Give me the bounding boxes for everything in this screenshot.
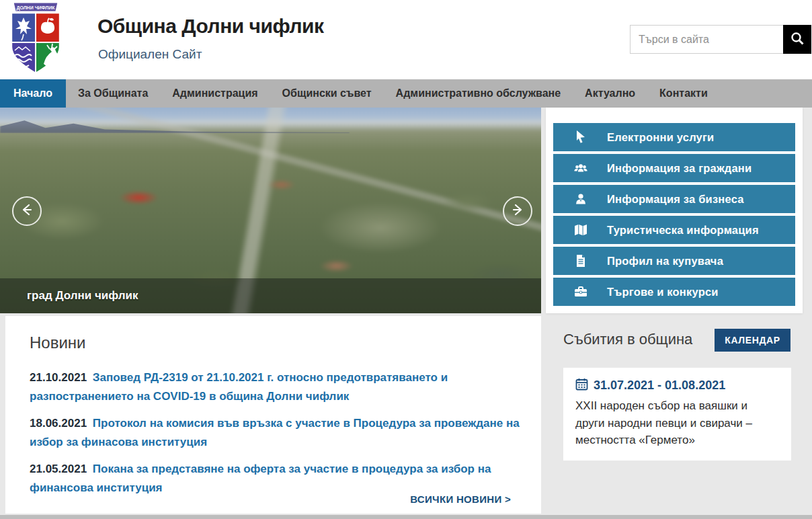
nav-item-contacts[interactable]: Контакти	[647, 79, 720, 108]
quick-link-label: Търгове и конкурси	[607, 286, 719, 298]
event-date-row: 31.07.2021 - 01.08.2021	[575, 378, 779, 393]
svg-text:ДОЛНИ ЧИФЛИК: ДОЛНИ ЧИФЛИК	[16, 5, 55, 11]
briefcase-icon	[573, 284, 588, 299]
search-icon	[790, 31, 805, 48]
municipality-coat-of-arms-logo: ДОЛНИ ЧИФЛИК	[5, 1, 66, 79]
users-icon	[573, 161, 588, 175]
page-title: Община Долни чифлик	[97, 15, 323, 38]
search-button[interactable]	[783, 25, 811, 54]
quick-link-label: Информация за граждани	[607, 162, 752, 175]
nav-item-about[interactable]: За Общината	[66, 79, 160, 108]
slider-prev-button[interactable]	[12, 196, 42, 226]
news-link[interactable]: Покана за представяне на оферта за участ…	[30, 463, 491, 494]
hero-caption: град Долни чифлик	[27, 289, 138, 303]
event-date-range: 31.07.2021 - 01.08.2021	[594, 378, 725, 393]
quick-link-buyer-profile[interactable]: Профил на купувача	[553, 247, 795, 275]
news-section: Новини 21.10.2021 Заповед РД-2319 от 21.…	[5, 316, 541, 514]
arrow-right-icon	[510, 202, 525, 220]
quick-link-eservices[interactable]: Електронни услуги	[553, 123, 795, 151]
site-search	[630, 25, 811, 54]
events-title: Събития в община	[563, 331, 692, 348]
news-title: Новини	[30, 333, 86, 352]
quick-link-citizens-info[interactable]: Информация за граждани	[553, 154, 795, 182]
news-item: 18.06.2021 Протокол на комисия във връзк…	[30, 414, 520, 451]
user-icon	[573, 192, 588, 206]
calendar-button[interactable]: КАЛЕНДАР	[715, 329, 790, 352]
nav-item-administration[interactable]: Администрация	[160, 79, 270, 108]
calendar-icon	[575, 378, 588, 393]
header: ДОЛНИ ЧИФЛИК	[0, 0, 812, 79]
hero-slider: град Долни чифлик	[0, 108, 541, 313]
nav-item-council[interactable]: Общински съвет	[270, 79, 384, 108]
map-icon	[573, 223, 588, 237]
nav-item-services[interactable]: Административно обслужване	[384, 79, 573, 108]
hero-caption-bar: град Долни чифлик	[0, 278, 541, 313]
quick-link-label: Профил на купувача	[607, 255, 723, 268]
event-card[interactable]: 31.07.2021 - 01.08.2021 XXII народен съб…	[563, 368, 791, 461]
arrow-left-icon	[19, 202, 34, 220]
all-news-link[interactable]: ВСИЧКИ НОВИНИ >	[410, 493, 511, 505]
page-bottom-strip	[0, 515, 812, 519]
news-date: 21.05.2021	[30, 463, 87, 475]
quick-link-tenders[interactable]: Търгове и конкурси	[553, 278, 795, 306]
search-input[interactable]	[630, 25, 783, 54]
news-link[interactable]: Заповед РД-2319 от 21.10.2021 г. относно…	[30, 371, 448, 403]
nav-item-home[interactable]: Начало	[0, 79, 66, 108]
quick-links-panel: Електронни услуги Информация за граждани…	[546, 108, 803, 313]
quick-link-tourist-info[interactable]: Туристическа информация	[553, 216, 795, 244]
main-navigation: Начало За Общината Администрация Общинск…	[0, 79, 812, 108]
cursor-icon	[573, 130, 588, 145]
quick-link-business-info[interactable]: Информация за бизнеса	[553, 185, 795, 213]
news-list: 21.10.2021 Заповед РД-2319 от 21.10.2021…	[30, 368, 520, 506]
page-subtitle: Официален Сайт	[98, 47, 202, 62]
news-date: 18.06.2021	[30, 417, 87, 430]
news-item: 21.05.2021 Покана за представяне на офер…	[30, 460, 520, 497]
event-description: XXII народен събор на ваяшки и други нар…	[575, 397, 779, 449]
news-link[interactable]: Протокол на комисия във връзка с участие…	[30, 417, 520, 448]
nav-item-news[interactable]: Актуално	[573, 79, 647, 108]
quick-link-label: Електронни услуги	[607, 131, 714, 144]
news-date: 21.10.2021	[30, 371, 87, 384]
news-item: 21.10.2021 Заповед РД-2319 от 21.10.2021…	[30, 368, 520, 405]
document-icon	[573, 253, 588, 268]
quick-link-label: Туристическа информация	[607, 224, 759, 237]
slider-next-button[interactable]	[503, 196, 532, 226]
quick-link-label: Информация за бизнеса	[607, 193, 744, 206]
